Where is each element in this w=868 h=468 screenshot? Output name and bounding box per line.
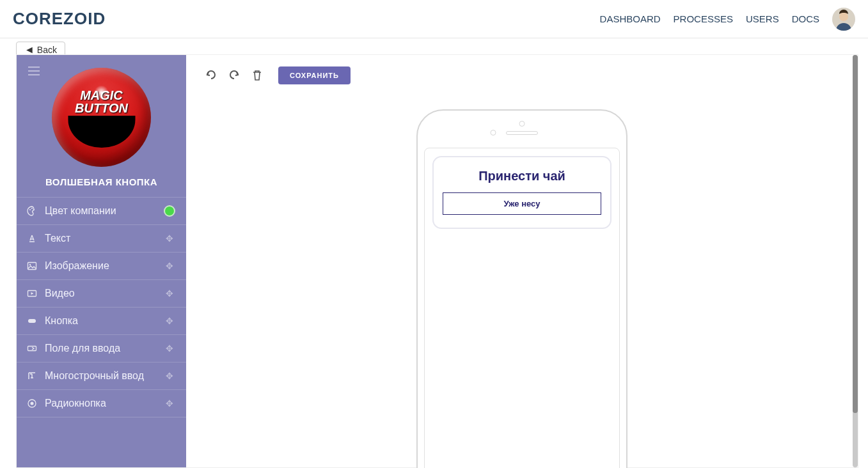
back-label: Back xyxy=(37,45,57,55)
nav-docs[interactable]: DOCS xyxy=(792,13,819,24)
canvas-toolbar: СОХРАНИТЬ xyxy=(186,55,858,58)
app-header: COREZOID DASHBOARD PROCESSES USERS DOCS xyxy=(0,0,868,38)
header-nav: DASHBOARD PROCESSES USERS DOCS xyxy=(600,8,855,31)
main-area: MAGIC BUTTON ВОЛШЕБНАЯ КНОПКА Цвет компа… xyxy=(16,54,858,58)
logo: COREZOID xyxy=(13,9,106,29)
nav-processes[interactable]: PROCESSES xyxy=(674,13,733,24)
avatar-icon xyxy=(832,8,855,31)
svg-point-1 xyxy=(839,12,848,21)
scrollbar-thumb[interactable] xyxy=(853,55,858,58)
canvas: СОХРАНИТЬ Принести чай Уже несу xyxy=(186,55,858,58)
sidebar-top: MAGIC BUTTON ВОЛШЕБНАЯ КНОПКА xyxy=(17,55,186,58)
scrollbar-track[interactable] xyxy=(853,55,858,58)
nav-dashboard[interactable]: DASHBOARD xyxy=(600,13,661,24)
nav-users[interactable]: USERS xyxy=(746,13,779,24)
user-avatar[interactable] xyxy=(832,8,855,31)
sidebar: MAGIC BUTTON ВОЛШЕБНАЯ КНОПКА Цвет компа… xyxy=(17,55,186,58)
